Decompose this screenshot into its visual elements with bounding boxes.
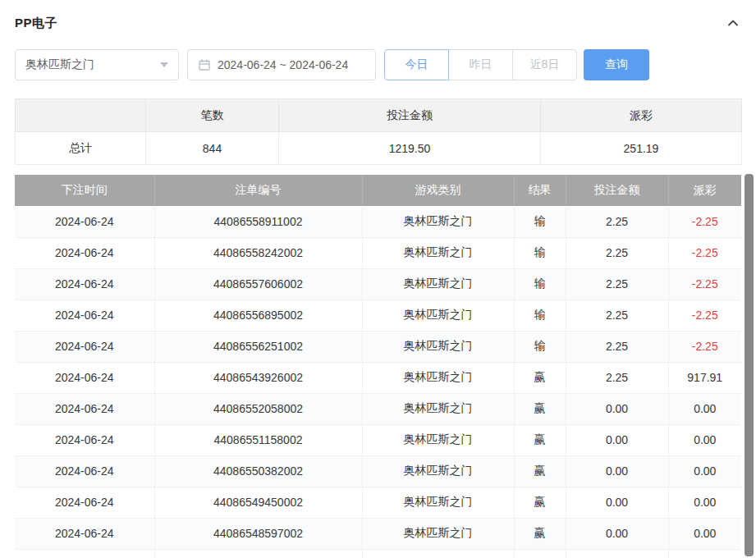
cell-result: 输 — [514, 237, 566, 268]
yesterday-button[interactable]: 昨日 — [448, 49, 513, 80]
cell-bet-amount: 2.25 — [566, 362, 668, 393]
cell-game-category: 奥林匹斯之门 — [362, 487, 514, 518]
table-row: 2024-06-24 44086548597002 奥林匹斯之门 赢 0.00 … — [15, 518, 741, 549]
table-row: 2024-06-24 44086558242002 奥林匹斯之门 输 2.25 … — [15, 237, 741, 268]
query-button[interactable]: 查询 — [584, 49, 649, 80]
summary-header-row: 笔数 投注金额 派彩 — [16, 99, 742, 132]
cell-bet-time: 2024-06-24 — [15, 455, 154, 487]
cell-order-number: 44086558911002 — [154, 206, 362, 237]
cell-bet-amount: 0.00 — [566, 455, 668, 487]
summary-payout-value: 251.19 — [541, 132, 742, 165]
calendar-icon — [198, 58, 211, 71]
summary-total-label: 总计 — [16, 132, 146, 165]
col-header-result: 结果 — [514, 175, 566, 206]
cell-bet-amount: 0.00 — [566, 393, 668, 424]
cell-payout: 917.91 — [668, 362, 741, 393]
cell-game-category: 奥林匹斯之门 — [362, 331, 514, 362]
cell-bet-time: 2024-06-24 — [15, 331, 154, 362]
game-select[interactable]: 奥林匹斯之门 — [15, 49, 179, 80]
panel-header: PP电子 — [0, 0, 756, 31]
collapse-toggle[interactable] — [725, 15, 741, 31]
cell-result: 赢 — [514, 455, 566, 487]
cell-result: 输 — [514, 206, 566, 237]
cell-game-category: 奥林匹斯之门 — [362, 300, 514, 331]
col-header-order-number: 注单编号 — [154, 175, 362, 206]
cell-order-number — [154, 549, 362, 558]
bet-table: 下注时间 注单编号 游戏类别 结果 投注金额 派彩 2024-06-24 440… — [15, 175, 741, 558]
cell-bet-amount: 0.00 — [566, 487, 668, 518]
scrollbar-thumb[interactable] — [745, 174, 754, 556]
table-row: 2024-06-24 44086557606002 奥林匹斯之门 输 2.25 … — [15, 268, 741, 300]
chevron-down-icon — [160, 62, 168, 67]
bet-table-body: 2024-06-24 44086558911002 奥林匹斯之门 输 2.25 … — [15, 206, 741, 558]
summary-total-row: 总计 844 1219.50 251.19 — [16, 132, 742, 165]
cell-game-category — [362, 549, 514, 558]
cell-order-number: 44086558242002 — [154, 237, 362, 268]
cell-result: 输 — [514, 268, 566, 300]
cell-game-category: 奥林匹斯之门 — [362, 206, 514, 237]
cell-payout: 0.00 — [668, 393, 741, 424]
cell-bet-time: 2024-06-24 — [15, 362, 154, 393]
cell-bet-time: 2024-06-24 — [15, 206, 154, 237]
cell-bet-amount: 0.00 — [566, 518, 668, 549]
date-range-picker[interactable]: 2024-06-24 ~ 2024-06-24 — [187, 49, 376, 80]
summary-header-bet-amount: 投注金额 — [279, 99, 541, 132]
summary-header-payout: 派彩 — [541, 99, 742, 132]
cell-payout: 0.00 — [668, 455, 741, 487]
cell-payout: -2.25 — [668, 268, 741, 300]
cell-game-category: 奥林匹斯之门 — [362, 393, 514, 424]
cell-bet-amount: 0.00 — [566, 424, 668, 455]
cell-result — [514, 549, 566, 558]
summary-table: 笔数 投注金额 派彩 总计 844 1219.50 251.19 — [15, 98, 742, 165]
summary-header-empty — [16, 99, 146, 132]
cell-order-number: 44086550382002 — [154, 455, 362, 487]
cell-bet-amount: 2.25 — [566, 300, 668, 331]
table-row: 2024-06-24 44086558911002 奥林匹斯之门 输 2.25 … — [15, 206, 741, 237]
cell-game-category: 奥林匹斯之门 — [362, 268, 514, 300]
cell-order-number: 44086551158002 — [154, 424, 362, 455]
cell-game-category: 奥林匹斯之门 — [362, 237, 514, 268]
table-row: 2024-06-24 44086556251002 奥林匹斯之门 输 2.25 … — [15, 331, 741, 362]
cell-bet-amount: 2.25 — [566, 331, 668, 362]
date-range-value: 2024-06-24 ~ 2024-06-24 — [218, 58, 348, 71]
page-title: PP电子 — [15, 16, 57, 31]
bet-table-header-row: 下注时间 注单编号 游戏类别 结果 投注金额 派彩 — [15, 175, 741, 206]
cell-game-category: 奥林匹斯之门 — [362, 424, 514, 455]
cell-bet-time: 2024-06-24 — [15, 424, 154, 455]
cell-bet-time: 2024-06-24 — [15, 300, 154, 331]
cell-payout: 0.00 — [668, 518, 741, 549]
cell-bet-amount: 2.25 — [566, 206, 668, 237]
chevron-up-icon — [726, 16, 740, 30]
cell-order-number: 44086548597002 — [154, 518, 362, 549]
cell-game-category: 奥林匹斯之门 — [362, 518, 514, 549]
cell-payout: -2.25 — [668, 206, 741, 237]
table-row: 2024-06-24 44086543926002 奥林匹斯之门 赢 2.25 … — [15, 362, 741, 393]
cell-result: 赢 — [514, 362, 566, 393]
filter-bar: 奥林匹斯之门 2024-06-24 ~ 2024-06-24 今日 昨日 近8日… — [15, 49, 741, 80]
cell-order-number: 44086556251002 — [154, 331, 362, 362]
cell-bet-amount — [566, 549, 668, 558]
cell-bet-time: 2024-06-24 — [15, 393, 154, 424]
table-row: 2024-06-24 44086549450002 奥林匹斯之门 赢 0.00 … — [15, 487, 741, 518]
cell-order-number: 44086557606002 — [154, 268, 362, 300]
last-8-days-button[interactable]: 近8日 — [512, 49, 577, 80]
cell-order-number: 44086552058002 — [154, 393, 362, 424]
cell-game-category: 奥林匹斯之门 — [362, 362, 514, 393]
cell-result: 赢 — [514, 518, 566, 549]
cell-result: 输 — [514, 331, 566, 362]
col-header-bet-time: 下注时间 — [15, 175, 154, 206]
col-header-payout: 派彩 — [668, 175, 741, 206]
cell-result: 输 — [514, 300, 566, 331]
summary-header-count: 笔数 — [146, 99, 279, 132]
cell-payout: 0.00 — [668, 487, 741, 518]
cell-order-number: 44086556895002 — [154, 300, 362, 331]
table-row: 2024-06-24 44086556895002 奥林匹斯之门 输 2.25 … — [15, 300, 741, 331]
summary-count-value: 844 — [146, 132, 279, 165]
cell-bet-time: 2024-06-24 — [15, 268, 154, 300]
cell-payout — [668, 549, 741, 558]
vertical-scrollbar[interactable] — [745, 174, 754, 556]
table-row: 2024-06-24 44086550382002 奥林匹斯之门 赢 0.00 … — [15, 455, 741, 487]
table-row: 2024-06-24 44086552058002 奥林匹斯之门 赢 0.00 … — [15, 393, 741, 424]
cell-bet-time: 2024-06-24 — [15, 487, 154, 518]
today-button[interactable]: 今日 — [384, 49, 449, 80]
